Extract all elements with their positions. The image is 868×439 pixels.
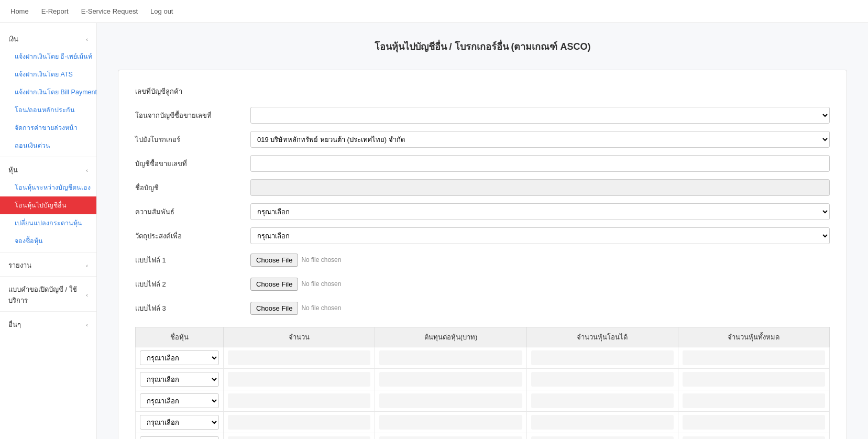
sidebar-item-change-board[interactable]: เปลี่ยนแปลงกระดานหุ้น bbox=[0, 214, 96, 232]
stock-select-2[interactable]: กรุณาเลือก bbox=[140, 393, 219, 408]
col-stock-name: ชื่อหุ้น bbox=[136, 327, 224, 347]
nav-logout[interactable]: Log out bbox=[150, 7, 173, 15]
account-number-row: เลขที่บัญชีลูกค้า bbox=[135, 83, 830, 100]
sidebar-item-quick-withdraw[interactable]: ถอนเงินด่วน bbox=[0, 137, 96, 155]
layout: เงิน ‹ แจ้งฝากเงินโดย อี-เพย์เม้นท์ แจ้ง… bbox=[0, 23, 868, 439]
transferable-input-3 bbox=[531, 415, 674, 430]
stock-select-0[interactable]: กรุณาเลือก bbox=[140, 350, 219, 365]
qty-input-4[interactable] bbox=[228, 436, 370, 439]
cost-input-4 bbox=[379, 436, 522, 439]
total-input-4 bbox=[683, 436, 825, 439]
chevron-icon-2: ‹ bbox=[86, 167, 88, 173]
stock-select-1[interactable]: กรุณาเลือก bbox=[140, 372, 219, 387]
purpose-select[interactable]: กรุณาเลือก bbox=[250, 227, 830, 244]
sidebar-item-epayment[interactable]: แจ้งฝากเงินโดย อี-เพย์เม้นท์ bbox=[0, 48, 96, 65]
stock-select-3[interactable]: กรุณาเลือก bbox=[140, 415, 219, 430]
sidebar-section-money-label: เงิน bbox=[8, 34, 18, 45]
to-account-label: บัญชีซื้อขายเลขที่ bbox=[135, 158, 250, 169]
total-input-3 bbox=[683, 415, 825, 430]
transferable-input-4 bbox=[531, 436, 674, 439]
sidebar-item-subscribe[interactable]: จองซื้อหุ้น bbox=[0, 232, 96, 250]
to-account-row: บัญชีซื้อขายเลขที่ bbox=[135, 155, 830, 172]
to-broker-select[interactable]: 019 บริษัทหลักทรัพย์ หยวนต้า (ประเทศไทย)… bbox=[250, 131, 830, 148]
account-name-input bbox=[250, 179, 830, 196]
sidebar-section-report[interactable]: รายงาน ‹ bbox=[0, 255, 96, 274]
page-title: โอนหุ้นไปบัญชีอื่น / โบรกเกอร์อื่น (ตามเ… bbox=[118, 39, 847, 54]
relationship-area: กรุณาเลือก bbox=[250, 203, 830, 220]
sidebar-item-manage-selling[interactable]: จัดการค่าขายล่วงหน้า bbox=[0, 119, 96, 137]
file1-row: แบบไฟล์ 1 Choose File No file chosen bbox=[135, 251, 830, 268]
relationship-label: ความสัมพันธ์ bbox=[135, 206, 250, 217]
cost-input-0 bbox=[379, 350, 522, 365]
sidebar-section-stock-label: หุ้น bbox=[8, 164, 18, 175]
to-account-input[interactable] bbox=[250, 155, 830, 172]
relationship-row: ความสัมพันธ์ กรุณาเลือก bbox=[135, 203, 830, 220]
table-row: กรุณาเลือก bbox=[136, 433, 830, 440]
choose-file-1-button[interactable]: Choose File bbox=[250, 254, 298, 267]
nav-ereport[interactable]: E-Report bbox=[41, 7, 69, 15]
sidebar-item-transfer-other[interactable]: โอนหุ้นไปบัญชีอื่น bbox=[0, 196, 96, 214]
choose-file-3-button[interactable]: Choose File bbox=[250, 302, 298, 315]
to-account-area bbox=[250, 155, 830, 172]
sidebar-section-account-label: แบบคำขอเปิดบัญชี / ใช้บริการ bbox=[8, 284, 86, 306]
qty-input-3[interactable] bbox=[228, 415, 370, 430]
file1-area: Choose File No file chosen bbox=[250, 254, 830, 267]
total-input-2 bbox=[683, 393, 825, 408]
chevron-icon-4: ‹ bbox=[86, 292, 88, 298]
sidebar-item-ats[interactable]: แจ้งฝากเงินโดย ATS bbox=[0, 65, 96, 83]
file2-row: แบบไฟล์ 2 Choose File No file chosen bbox=[135, 276, 830, 292]
sidebar-item-billpayment[interactable]: แจ้งฝากเงินโดย Bill Payment bbox=[0, 83, 96, 101]
chevron-icon: ‹ bbox=[86, 36, 88, 42]
total-input-0 bbox=[683, 350, 825, 365]
transferable-input-2 bbox=[531, 393, 674, 408]
transfer-from-row: โอนจากบัญชีซื้อขายเลขที่ bbox=[135, 107, 830, 124]
file3-area: Choose File No file chosen bbox=[250, 302, 830, 315]
choose-file-2-button[interactable]: Choose File bbox=[250, 278, 298, 291]
account-number-label: เลขที่บัญชีลูกค้า bbox=[135, 86, 250, 97]
cost-input-3 bbox=[379, 415, 522, 430]
sidebar-section-other[interactable]: อื่นๆ ‹ bbox=[0, 314, 96, 333]
file2-area: Choose File No file chosen bbox=[250, 278, 830, 291]
transferable-input-1 bbox=[531, 372, 674, 387]
table-row: กรุณาเลือก bbox=[136, 390, 830, 412]
sidebar-section-money[interactable]: เงิน ‹ bbox=[0, 28, 96, 48]
col-cost: ต้นทุนต่อหุ้น(บาท) bbox=[375, 327, 526, 347]
file1-label: แบบไฟล์ 1 bbox=[135, 255, 250, 266]
stock-table: ชื่อหุ้น จำนวน ต้นทุนต่อหุ้น(บาท) จำนวนห… bbox=[135, 327, 830, 439]
account-name-row: ชื่อบัญชี bbox=[135, 179, 830, 196]
purpose-area: กรุณาเลือก bbox=[250, 227, 830, 244]
qty-input-2[interactable] bbox=[228, 393, 370, 408]
file3-no-file-text: No file chosen bbox=[301, 304, 341, 312]
stock-select-4[interactable]: กรุณาเลือก bbox=[140, 436, 219, 439]
transfer-from-select[interactable] bbox=[250, 107, 830, 124]
nav-home[interactable]: Home bbox=[10, 7, 29, 15]
form-section: เลขที่บัญชีลูกค้า โอนจากบัญชีซื้อขายเลขท… bbox=[118, 70, 847, 439]
sidebar: เงิน ‹ แจ้งฝากเงินโดย อี-เพย์เม้นท์ แจ้ง… bbox=[0, 23, 97, 439]
qty-input-1[interactable] bbox=[228, 372, 370, 387]
table-row: กรุณาเลือก bbox=[136, 347, 830, 369]
file2-label: แบบไฟล์ 2 bbox=[135, 279, 250, 290]
file1-no-file-text: No file chosen bbox=[301, 256, 341, 264]
table-row: กรุณาเลือก bbox=[136, 412, 830, 433]
file3-row: แบบไฟล์ 3 Choose File No file chosen bbox=[135, 300, 830, 316]
purpose-row: วัตถุประสงค์เพื่อ กรุณาเลือก bbox=[135, 227, 830, 244]
transfer-from-area bbox=[250, 107, 830, 124]
account-name-area bbox=[250, 179, 830, 196]
file2-no-file-text: No file chosen bbox=[301, 280, 341, 288]
qty-input-0[interactable] bbox=[228, 350, 370, 365]
main-content: โอนหุ้นไปบัญชีอื่น / โบรกเกอร์อื่น (ตามเ… bbox=[97, 23, 868, 439]
nav-eservice[interactable]: E-Service Request bbox=[81, 7, 138, 15]
sidebar-item-transfer-own[interactable]: โอนหุ้นระหว่างบัญชีตนเอง bbox=[0, 179, 96, 196]
to-broker-row: ไปยังโบรกเกอร์ 019 บริษัทหลักทรัพย์ หยวน… bbox=[135, 131, 830, 148]
sidebar-section-stock[interactable]: หุ้น ‹ bbox=[0, 159, 96, 179]
col-qty: จำนวน bbox=[224, 327, 375, 347]
sidebar-item-transfer-collateral[interactable]: โอน/ถอนหลักประกัน bbox=[0, 101, 96, 119]
total-input-1 bbox=[683, 372, 825, 387]
purpose-label: วัตถุประสงค์เพื่อ bbox=[135, 231, 250, 242]
relationship-select[interactable]: กรุณาเลือก bbox=[250, 203, 830, 220]
sidebar-section-account[interactable]: แบบคำขอเปิดบัญชี / ใช้บริการ ‹ bbox=[0, 279, 96, 309]
sidebar-section-report-label: รายงาน bbox=[8, 260, 31, 271]
cost-input-1 bbox=[379, 372, 522, 387]
sidebar-section-other-label: อื่นๆ bbox=[8, 319, 21, 330]
file3-label: แบบไฟล์ 3 bbox=[135, 303, 250, 314]
